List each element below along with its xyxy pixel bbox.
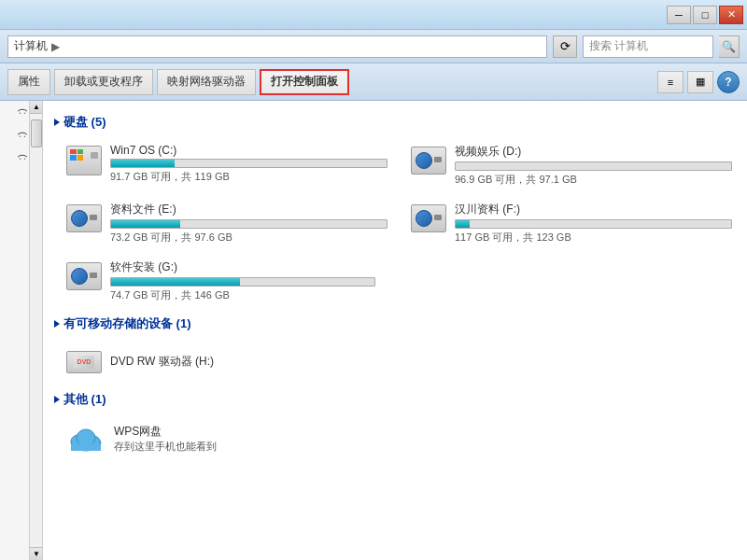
- open-control-panel-button[interactable]: 打开控制面板: [260, 69, 349, 95]
- drive-item-d[interactable]: 视频娱乐 (D:) 96.9 GB 可用，共 97.1 GB: [406, 140, 736, 190]
- cloud-desc: 存到这里手机也能看到: [114, 440, 217, 454]
- wps-cloud-item[interactable]: WPS网盘 存到这里手机也能看到: [62, 417, 736, 460]
- path-arrow: ▶: [51, 40, 60, 53]
- drives-header-label: 硬盘 (5): [63, 114, 106, 131]
- section-triangle-removable: [54, 320, 60, 328]
- left-panel: :) :) :) ▲ ▼: [0, 101, 43, 560]
- refresh-button[interactable]: ⟳: [553, 35, 577, 58]
- drive-name-e: 资料文件 (E:): [110, 202, 388, 217]
- other-section-header: 其他 (1): [54, 391, 736, 408]
- section-triangle-drives: [54, 119, 60, 126]
- drive-bar-c: [111, 160, 175, 167]
- maximize-button[interactable]: □: [693, 6, 717, 24]
- cloud-icon: [65, 421, 106, 456]
- drive-item-c[interactable]: Win7 OS (C:) 91.7 GB 可用，共 119 GB: [62, 140, 391, 190]
- cloud-name: WPS网盘: [114, 424, 217, 440]
- drive-item-f[interactable]: 汉川资料 (F:) 117 GB 可用，共 123 GB: [406, 198, 736, 248]
- toolbar: 属性 卸载或更改程序 映射网络驱动器 打开控制面板 ≡ ▦ ?: [0, 63, 747, 101]
- drive-info-d: 视频娱乐 (D:) 96.9 GB 可用，共 97.1 GB: [455, 144, 732, 187]
- view-grid-button[interactable]: ▦: [687, 71, 713, 93]
- drive-info-e: 资料文件 (E:) 73.2 GB 可用，共 97.6 GB: [110, 202, 388, 245]
- drive-info-f: 汉川资料 (F:) 117 GB 可用，共 123 GB: [455, 202, 732, 245]
- scroll-down-button[interactable]: ▼: [30, 547, 43, 560]
- drive-name-f: 汉川资料 (F:): [455, 202, 732, 217]
- drive-size-c: 91.7 GB 可用，共 119 GB: [110, 170, 388, 184]
- search-button[interactable]: 🔍: [719, 35, 740, 58]
- drive-size-e: 73.2 GB 可用，共 97.6 GB: [110, 231, 388, 245]
- drive-bar-f: [456, 220, 470, 228]
- address-path[interactable]: 计算机 ▶: [7, 35, 547, 58]
- cloud-info: WPS网盘 存到这里手机也能看到: [114, 424, 217, 454]
- path-text: 计算机: [14, 38, 48, 54]
- scroll-thumb: [31, 119, 42, 147]
- scroll-up-button[interactable]: ▲: [30, 101, 43, 114]
- help-button[interactable]: ?: [717, 71, 740, 93]
- drive-size-d: 96.9 GB 可用，共 97.1 GB: [455, 173, 732, 187]
- drives-section-header: 硬盘 (5): [54, 114, 736, 131]
- properties-button[interactable]: 属性: [7, 69, 50, 95]
- drive-bar-container-c: [110, 159, 388, 168]
- drive-size-g: 74.7 GB 可用，共 146 GB: [110, 288, 375, 302]
- drive-item-g[interactable]: 软件安装 (G:) 74.7 GB 可用，共 146 GB: [62, 256, 379, 306]
- close-button[interactable]: ✕: [719, 6, 743, 24]
- drive-item-e[interactable]: 资料文件 (E:) 73.2 GB 可用，共 97.6 GB: [62, 198, 391, 248]
- drive-bar-container-d: [455, 161, 732, 171]
- drive-bar-g: [111, 278, 240, 286]
- drive-name-g: 软件安装 (G:): [110, 259, 375, 275]
- drive-icon-f: [410, 202, 447, 234]
- address-bar: 计算机 ▶ ⟳ 搜索 计算机 🔍: [0, 30, 747, 63]
- sidebar-scroll: ▲ ▼: [29, 101, 42, 560]
- search-box[interactable]: 搜索 计算机: [583, 35, 713, 58]
- dvd-icon: DVD: [65, 345, 103, 378]
- removable-header-label: 有可移动存储的设备 (1): [63, 315, 191, 332]
- drive-bar-container-e: [110, 219, 388, 229]
- sidebar-label-3: :): [16, 154, 27, 161]
- drive-info-g: 软件安装 (G:) 74.7 GB 可用，共 146 GB: [110, 259, 375, 302]
- dvd-info: DVD RW 驱动器 (H:): [110, 354, 214, 370]
- removable-section-header: 有可移动存储的设备 (1): [54, 315, 736, 332]
- drive-name-c: Win7 OS (C:): [110, 144, 388, 157]
- drive-grid: Win7 OS (C:) 91.7 GB 可用，共 119 GB 视频娱乐 (D…: [62, 140, 736, 248]
- drive-icon-e: [65, 202, 103, 234]
- sidebar-label-1: :): [16, 108, 27, 115]
- svg-rect-4: [71, 443, 101, 451]
- sidebar-label-2: :): [16, 132, 27, 138]
- drive-info-c: Win7 OS (C:) 91.7 GB 可用，共 119 GB: [110, 144, 388, 184]
- main-layout: :) :) :) ▲ ▼ 硬盘 (5): [0, 101, 747, 560]
- uninstall-button[interactable]: 卸载或更改程序: [54, 69, 153, 95]
- title-bar: ─ □ ✕: [0, 0, 747, 30]
- drive-bar-e: [111, 220, 180, 228]
- map-network-button[interactable]: 映射网络驱动器: [157, 69, 256, 95]
- drive-name-d: 视频娱乐 (D:): [455, 144, 732, 160]
- drive-grid-single: 软件安装 (G:) 74.7 GB 可用，共 146 GB: [62, 256, 736, 306]
- drive-icon-c: [65, 144, 103, 176]
- drive-bar-container-f: [455, 219, 732, 229]
- view-toggle-button[interactable]: ≡: [657, 71, 684, 93]
- dvd-name: DVD RW 驱动器 (H:): [110, 354, 214, 370]
- drive-icon-d: [410, 144, 447, 176]
- dvd-item-h[interactable]: DVD DVD RW 驱动器 (H:): [62, 342, 736, 382]
- minimize-button[interactable]: ─: [667, 6, 691, 24]
- other-header-label: 其他 (1): [63, 391, 106, 408]
- search-placeholder: 搜索 计算机: [589, 38, 648, 54]
- section-triangle-other: [54, 396, 60, 403]
- content-area: 硬盘 (5): [43, 101, 747, 560]
- drive-size-f: 117 GB 可用，共 123 GB: [455, 231, 732, 245]
- drive-bar-container-g: [110, 277, 375, 287]
- drive-icon-g: [65, 259, 103, 292]
